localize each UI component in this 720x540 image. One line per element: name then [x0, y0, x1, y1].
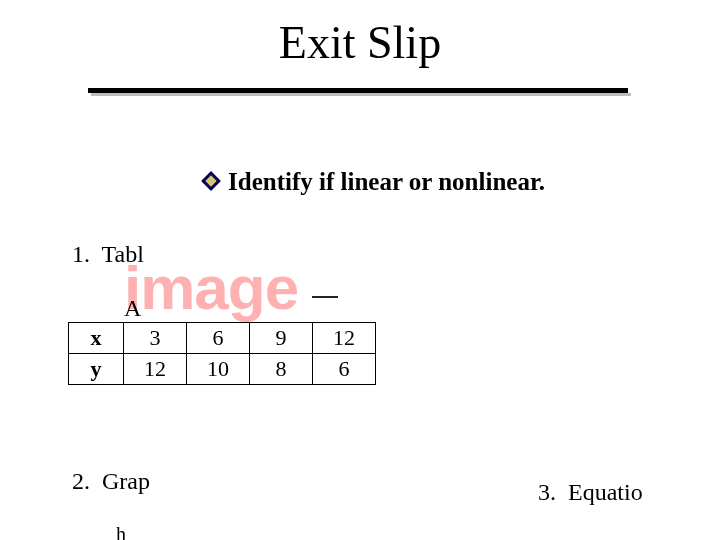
q1-subletter: A: [124, 295, 720, 322]
title-divider: [88, 88, 628, 96]
slide-title: Exit Slip: [0, 16, 720, 69]
cell: 6: [313, 354, 376, 385]
cell: 6: [187, 323, 250, 354]
q1-word: Tabl: [102, 241, 144, 267]
cell: 3: [124, 323, 187, 354]
q1-number: 1.: [72, 241, 90, 267]
cell: 12: [313, 323, 376, 354]
diamond-bullet-icon: [201, 171, 221, 191]
q3-word: Equatio: [568, 479, 643, 505]
row-header-y: y: [69, 354, 124, 385]
table-row: y 12 10 8 6: [69, 354, 376, 385]
q2-number: 2.: [72, 468, 90, 494]
cell: 8: [250, 354, 313, 385]
cell: 9: [250, 323, 313, 354]
question-3-label: 3. Equatio: [538, 479, 720, 506]
cell: 12: [124, 354, 187, 385]
row-header-x: x: [69, 323, 124, 354]
table-row: x 3 6 9 12: [69, 323, 376, 354]
subtitle-text: Identify if linear or nonlinear.: [228, 168, 545, 195]
q3-subletter: n: [574, 534, 720, 540]
cell: 10: [187, 354, 250, 385]
q2-word: Grap: [102, 468, 150, 494]
question-1-label: 1. Tabl: [72, 241, 720, 268]
q3-number: 3.: [538, 479, 556, 505]
data-table: x 3 6 9 12 y 12 10 8 6: [68, 322, 376, 385]
subtitle-line: Identify if linear or nonlinear.: [204, 168, 720, 196]
